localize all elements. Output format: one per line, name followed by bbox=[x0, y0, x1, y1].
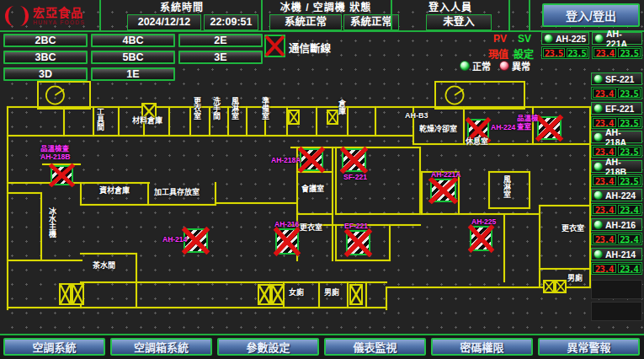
floor-plan: 品溫檢查 AH-218BAH-218ASF-221AH-224品溫檢 查室AH-… bbox=[0, 78, 591, 335]
device-name-label: AH-214 bbox=[605, 249, 636, 260]
nav-button-5[interactable]: 密碼權限 bbox=[431, 338, 533, 356]
device-values-SF-221: 23.423.5 bbox=[591, 87, 642, 99]
pv-value: 23.4 bbox=[593, 118, 616, 127]
stair-icon bbox=[349, 284, 363, 305]
system-time-title: 系統時間 bbox=[103, 2, 261, 13]
device-name-label: EF-221 bbox=[605, 104, 634, 114]
pv-value: 23.4 bbox=[593, 205, 616, 214]
wall bbox=[227, 106, 229, 137]
wall bbox=[209, 106, 210, 137]
stair-icon bbox=[59, 283, 72, 305]
device-tag-AH-224[interactable]: AH-224 bbox=[591, 189, 642, 201]
room-label: 會議室 bbox=[301, 185, 324, 194]
floor-button-3e[interactable]: 3E bbox=[178, 51, 263, 64]
device-tag-AH-214[interactable]: AH-214 bbox=[591, 248, 642, 260]
floor-button-5bc[interactable]: 5BC bbox=[91, 51, 175, 64]
floor-button-3d[interactable]: 3D bbox=[3, 67, 88, 81]
room-label: 更衣室 bbox=[562, 225, 584, 233]
nav-button-3[interactable]: 參數設定 bbox=[217, 338, 319, 356]
wall bbox=[7, 106, 8, 310]
device-tag-AH-218B[interactable]: AH-218B bbox=[591, 160, 642, 173]
room-label: 更衣室 bbox=[192, 97, 200, 120]
stair-icon bbox=[271, 284, 285, 305]
sv-cn-header: 設定 bbox=[514, 46, 534, 61]
pv-header: PV bbox=[493, 33, 507, 45]
device-values-AH-218B: 23.423.5 bbox=[591, 174, 642, 187]
wall bbox=[347, 106, 349, 137]
legend-normal-label: 正常 bbox=[472, 59, 491, 72]
room-label: 風淋室 bbox=[502, 175, 510, 198]
device-tag-AH-218A[interactable]: AH-218A bbox=[591, 131, 642, 143]
map-device-label-AH-225: AH-225 bbox=[471, 218, 496, 227]
sv-value: 23.4 bbox=[618, 264, 641, 273]
device-values-AH-214: 23.423.4 bbox=[591, 262, 642, 275]
stair-icon bbox=[288, 110, 300, 125]
wall bbox=[7, 260, 82, 261]
stair-icon bbox=[72, 283, 84, 305]
app-logo: 宏亞食品 HUNYA FOODS bbox=[4, 2, 98, 29]
comm-lost-icon bbox=[264, 35, 285, 57]
device-name-label: AH-221A bbox=[606, 29, 640, 49]
device-name-label: AH-218B bbox=[605, 157, 640, 177]
wall bbox=[80, 307, 387, 308]
sv-value: 23.5 bbox=[618, 48, 641, 57]
map-device-icon-EF-221[interactable] bbox=[346, 230, 370, 255]
device-tag-EF-221[interactable]: EF-221 bbox=[591, 102, 642, 115]
nav-button-2[interactable]: 空調箱系統 bbox=[110, 338, 212, 356]
device-values-AH-216: 23.423.4 bbox=[591, 233, 642, 245]
status-led-icon bbox=[593, 249, 603, 259]
map-device-icon-AH-214[interactable] bbox=[184, 228, 208, 253]
wall bbox=[412, 143, 591, 145]
nav-button-6[interactable]: 異常警報 bbox=[538, 338, 640, 356]
device-tag-SF-221[interactable]: SF-221 bbox=[591, 72, 642, 85]
login-logout-button[interactable]: 登入/登出 bbox=[542, 3, 640, 27]
nav-button-4[interactable]: 儀表監視 bbox=[324, 338, 426, 356]
floor-button-3bc[interactable]: 3BC bbox=[3, 51, 88, 64]
green-led-icon bbox=[460, 61, 470, 71]
wall bbox=[316, 106, 317, 137]
floor-button-2e[interactable]: 2E bbox=[178, 34, 263, 47]
bottom-nav-bar: 空調系統空調箱系統參數設定儀表監視密碼權限異常警報 bbox=[0, 334, 644, 359]
map-device-icon-SF-221[interactable] bbox=[342, 148, 366, 172]
room-label: 休息室 bbox=[466, 138, 488, 147]
wall bbox=[7, 192, 42, 194]
floor-button-2bc[interactable]: 2BC bbox=[3, 34, 88, 47]
room-label: AH-B3 bbox=[405, 112, 428, 121]
wall bbox=[7, 135, 414, 137]
device-name-label: AH-225 bbox=[556, 34, 586, 44]
wall bbox=[347, 281, 349, 308]
map-device-icon-AH-225[interactable] bbox=[470, 226, 492, 251]
map-device-label-SF-221: SF-221 bbox=[343, 174, 367, 182]
map-device-icon-AH-218A[interactable] bbox=[300, 148, 323, 171]
sv-value: 23.5 bbox=[618, 147, 641, 156]
nav-button-1[interactable]: 空調系統 bbox=[3, 338, 105, 356]
room-label: 男廁 bbox=[567, 275, 583, 283]
wall bbox=[488, 171, 530, 173]
wall bbox=[80, 204, 216, 206]
wall bbox=[539, 205, 540, 288]
stair-icon bbox=[258, 284, 271, 305]
logo-icon bbox=[4, 4, 29, 28]
pv-value: 23.4 bbox=[593, 264, 616, 273]
wall bbox=[189, 106, 191, 137]
map-device-icon-AH-216[interactable] bbox=[275, 228, 299, 255]
wall bbox=[215, 202, 298, 204]
map-device-icon-AH-218B[interactable] bbox=[51, 165, 73, 185]
floor-button-1e[interactable]: 1E bbox=[91, 67, 175, 81]
pv-value: 23.4 bbox=[593, 88, 616, 98]
map-device-icon-查室[interactable] bbox=[537, 116, 562, 140]
wall bbox=[80, 253, 137, 255]
wall bbox=[332, 147, 333, 261]
room-label: 乾燥冷卻室 bbox=[419, 126, 457, 134]
device-tag-AH-225[interactable]: AH-225 bbox=[541, 32, 589, 45]
map-device-icon-AH-221A[interactable] bbox=[430, 179, 456, 202]
device-tag-AH-221A[interactable]: AH-221A bbox=[592, 32, 642, 45]
room-label: 茶水間 bbox=[93, 262, 115, 271]
sv-value: 23.5 bbox=[567, 48, 588, 57]
device-name-label: AH-224 bbox=[605, 190, 636, 201]
brand-name: 宏亞食品 bbox=[33, 7, 85, 19]
red-led-icon bbox=[499, 61, 509, 71]
device-tag-AH-216[interactable]: AH-216 bbox=[591, 218, 642, 231]
pv-value: 23.4 bbox=[593, 176, 616, 185]
floor-button-4bc[interactable]: 4BC bbox=[91, 34, 175, 47]
